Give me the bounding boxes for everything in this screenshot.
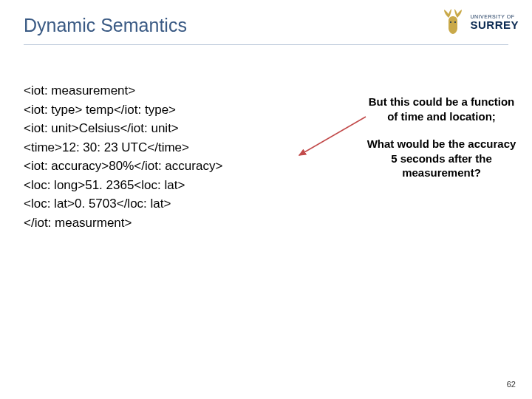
code-line: <time>12: 30: 23 UTC</time>: [24, 138, 222, 157]
code-line: <iot: unit>Celsius</iot: unit>: [24, 119, 222, 138]
page-title: Dynamic Semantics: [24, 15, 187, 36]
annotation-text: But this could be a function of time and…: [366, 95, 517, 180]
logo-text: UNIVERSITY OF SURREY: [470, 14, 519, 30]
arrow-icon: [292, 111, 373, 163]
code-line: <iot: measurement>: [24, 81, 222, 100]
code-line: <loc: lat>0. 5703</loc: lat>: [24, 194, 222, 214]
xml-code-block: <iot: measurement> <iot: type> temp</iot…: [24, 81, 222, 232]
code-line: <iot: accuracy>80%</iot: accuracy>: [24, 157, 222, 176]
annotation-p2: What would be the accuracy 5 seconds aft…: [366, 137, 517, 180]
page-number: 62: [507, 380, 516, 389]
logo-surrey: SURREY: [470, 19, 519, 30]
code-line: </iot: measurment>: [24, 214, 222, 233]
code-line: <iot: type> temp</iot: type>: [24, 100, 222, 120]
svg-point-0: [450, 21, 451, 23]
slide: Dynamic Semantics UNIVERSITY OF SURREY <…: [0, 0, 532, 399]
stag-icon: [440, 7, 466, 37]
title-underline: [24, 44, 508, 45]
code-line: <loc: long>51. 2365<loc: lat>: [24, 176, 222, 195]
svg-point-1: [454, 21, 456, 23]
annotation-p1: But this could be a function of time and…: [366, 95, 517, 123]
svg-line-2: [299, 117, 366, 155]
university-logo: UNIVERSITY OF SURREY: [408, 7, 519, 37]
